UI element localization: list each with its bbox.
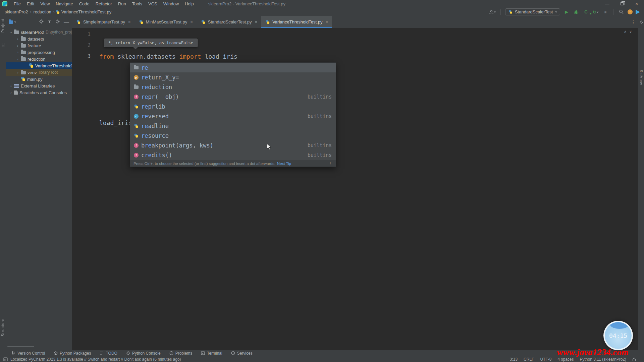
run-with-coverage-button[interactable]: C	[583, 9, 589, 15]
python-module-icon	[133, 123, 139, 129]
stop-button[interactable]: ■	[602, 9, 609, 15]
menu-run[interactable]: Run	[115, 0, 129, 7]
problems-button[interactable]: Problems	[169, 351, 193, 356]
settings-gear-icon[interactable]	[55, 19, 60, 25]
tab-options-icon[interactable]: ⋮	[629, 16, 638, 28]
tree-row-preprocessing[interactable]: › preprocessing	[6, 49, 72, 56]
rerun-button[interactable]: ↻ ∨	[592, 9, 599, 15]
twisty-collapsed-icon[interactable]: ›	[15, 51, 20, 54]
project-stripe-button[interactable]: Project	[1, 19, 5, 33]
caret-position[interactable]: 3:13	[510, 357, 518, 362]
twisty-collapsed-icon[interactable]: ›	[9, 84, 13, 88]
version-control-button[interactable]: Version Control	[11, 351, 45, 356]
completion-item-re[interactable]: re	[130, 63, 336, 72]
breadcrumb-folder[interactable]: reduction	[32, 9, 52, 15]
tool-window-toggle-icon[interactable]	[3, 357, 8, 361]
more-options-icon[interactable]: ⋮	[328, 161, 332, 166]
restore-button[interactable]	[614, 0, 629, 8]
completion-item-return-x-y[interactable]: p return_X_y=	[130, 72, 336, 82]
tree-row-feature[interactable]: › feature	[6, 42, 72, 49]
sciview-stripe-button[interactable]: SciView	[639, 70, 643, 85]
folder-icon	[14, 31, 19, 34]
status-message[interactable]: Localized PyCharm 2023.1.3 is available …	[10, 357, 181, 362]
file-encoding[interactable]: UTF-8	[540, 357, 551, 362]
twisty-collapsed-icon[interactable]: ›	[15, 44, 20, 48]
prev-problem-icon[interactable]: ∧	[624, 29, 627, 34]
run-button[interactable]: ▶	[563, 9, 570, 15]
menu-vcs[interactable]: VCS	[145, 0, 160, 7]
breadcrumb: sklearnPro2 › reduction › VarianceThresh…	[3, 9, 113, 15]
minimize-button[interactable]: —	[600, 0, 614, 8]
notifications-bell-icon[interactable]	[639, 19, 643, 25]
close-icon[interactable]: ×	[128, 19, 131, 24]
tree-row-variancethresholdtest[interactable]: VarianceThresholdT	[6, 62, 72, 69]
tree-item-label: Scratches and Consoles	[19, 90, 67, 95]
completion-item-reduction[interactable]: reduction	[130, 82, 336, 92]
twisty-collapsed-icon[interactable]: ›	[15, 71, 20, 74]
menu-navigate[interactable]: Navigate	[53, 0, 76, 7]
completion-item-reversed[interactable]: c reversed builtins	[130, 111, 336, 121]
project-view-selector[interactable]: ∨	[9, 20, 16, 24]
twisty-collapsed-icon[interactable]: ›	[15, 37, 20, 41]
menu-help[interactable]: Help	[182, 0, 197, 7]
menu-refactor[interactable]: Refactor	[93, 0, 115, 7]
terminal-button[interactable]: Terminal	[201, 351, 222, 356]
ide-plugin-icon[interactable]	[636, 10, 640, 14]
close-icon[interactable]: ×	[325, 19, 328, 24]
tree-row-venv[interactable]: › venv library root	[6, 69, 72, 76]
search-everywhere-icon[interactable]	[618, 9, 625, 15]
run-config-selector[interactable]: StandardScalerTest ∨	[505, 8, 560, 15]
tab-simpleimputertest[interactable]: SimpleImputerTest.py ×	[72, 16, 135, 28]
completion-item-credits[interactable]: f credits() builtins	[130, 150, 336, 160]
next-tip-link[interactable]: Next Tip	[277, 162, 291, 166]
completion-item-readline[interactable]: readline	[130, 121, 336, 131]
parameter-icon: p	[133, 75, 139, 80]
breadcrumb-project[interactable]: sklearnPro2	[3, 9, 29, 15]
close-icon[interactable]: ×	[255, 19, 258, 24]
twisty-expanded-icon[interactable]: ›	[16, 57, 20, 61]
line-ending[interactable]: CRLF	[524, 357, 534, 362]
python-console-button[interactable]: Python Console	[126, 351, 161, 356]
menu-edit[interactable]: Edit	[24, 0, 37, 7]
completion-item-repr[interactable]: f repr(__obj) builtins	[130, 92, 336, 102]
readonly-lock-icon[interactable]	[632, 357, 636, 361]
todo-button[interactable]: TODO	[100, 351, 117, 356]
close-icon[interactable]: ×	[190, 19, 193, 24]
completion-item-resource[interactable]: resource	[130, 131, 336, 140]
horizontal-scrollbar[interactable]	[7, 346, 34, 347]
hide-panel-icon[interactable]: —	[64, 19, 69, 25]
bookmark-icon[interactable]	[1, 42, 5, 48]
completion-item-reprlib[interactable]: reprlib	[130, 102, 336, 111]
tree-row-external-libraries[interactable]: › External Libraries	[6, 82, 72, 89]
menu-file[interactable]: File	[11, 0, 24, 7]
parameter-hint-tooltip: *, return_X_y=False, as_frame=False	[104, 39, 198, 47]
completion-item-breakpoint[interactable]: f breakpoint(args, kws) builtins	[130, 140, 336, 150]
tab-minmaxscalertest[interactable]: MinMaxScalerTest.py ×	[135, 16, 197, 28]
select-opened-file-icon[interactable]	[39, 19, 44, 25]
python-packages-button[interactable]: Python Packages	[54, 351, 91, 356]
twisty-expanded-icon[interactable]: ›	[9, 30, 13, 35]
twisty-collapsed-icon[interactable]: ›	[9, 91, 13, 95]
update-available-icon[interactable]: ↑	[628, 9, 633, 14]
structure-stripe-button[interactable]: Structure	[1, 318, 5, 337]
next-problem-icon[interactable]: ∨	[629, 29, 632, 34]
debug-button[interactable]	[573, 9, 580, 15]
close-button[interactable]: ×	[629, 0, 644, 8]
menu-window[interactable]: Window	[160, 0, 182, 7]
tree-row-reduction[interactable]: › reduction	[6, 56, 72, 62]
inspections-widget: ∧ ∨	[624, 29, 632, 34]
tab-standardscalertest[interactable]: StandardScalerTest.py ×	[197, 16, 261, 28]
menu-tools[interactable]: Tools	[129, 0, 145, 7]
menu-code[interactable]: Code	[76, 0, 93, 7]
menu-view[interactable]: View	[37, 0, 53, 7]
tree-item-qualifier: library root	[39, 70, 58, 75]
tree-row-datasets[interactable]: › datasets	[6, 36, 72, 42]
tab-variancethresholdtest[interactable]: VarianceThresholdTest.py ×	[261, 16, 332, 28]
tree-row-project-root[interactable]: › sklearnPro2 D:\python_proj	[6, 29, 72, 36]
user-account-icon[interactable]: ∨	[489, 9, 496, 15]
tree-row-main-py[interactable]: main.py	[6, 76, 72, 82]
collapse-all-icon[interactable]	[47, 19, 52, 25]
services-button[interactable]: Services	[231, 351, 253, 356]
tree-row-scratches[interactable]: › Scratches and Consoles	[6, 89, 72, 96]
breadcrumb-file[interactable]: VarianceThresholdTest.py	[60, 9, 113, 15]
